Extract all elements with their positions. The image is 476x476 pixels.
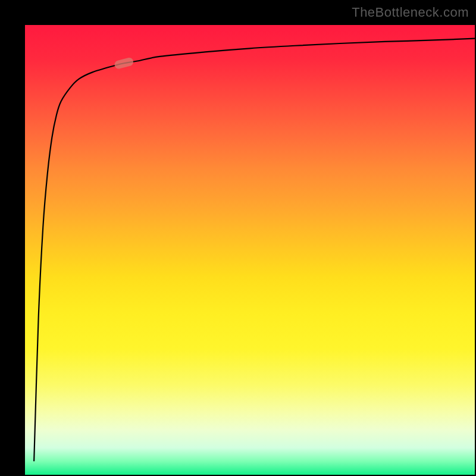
chart-frame: TheBottleneck.com xyxy=(0,0,476,476)
curve-marker xyxy=(114,57,134,70)
watermark-text: TheBottleneck.com xyxy=(352,5,469,20)
plot-area xyxy=(25,25,475,475)
curve-path xyxy=(34,39,475,462)
bottleneck-curve xyxy=(25,25,475,475)
marker-pill xyxy=(114,57,134,70)
